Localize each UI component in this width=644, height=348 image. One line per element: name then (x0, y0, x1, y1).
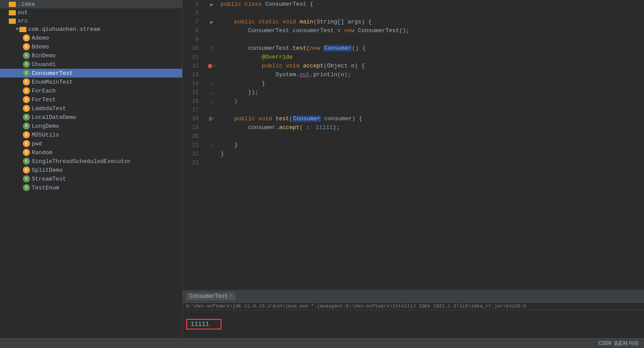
terminal-command: D:\dev-software\jdk-11.0.15.1\bin\java.e… (186, 304, 526, 309)
code-line-7: public static void main(String[] args) { (221, 18, 644, 26)
sidebar-item-foreach[interactable]: C ForEach (0, 86, 182, 95)
sidebar-item-md5utils[interactable]: C MD5Utils (0, 130, 182, 139)
fold-icon[interactable]: ▽ (210, 46, 213, 51)
sidebar-label-ademo: Ademo (32, 35, 49, 41)
gutter-22 (205, 150, 219, 159)
sidebar-item-com-package[interactable]: ▼ com.qiuhuanhen.stream (0, 25, 182, 33)
breakpoint-icon[interactable] (208, 64, 212, 68)
fold-icon[interactable]: ▽ (212, 116, 214, 122)
ln-18: 18 (183, 115, 201, 123)
class-icon: C (23, 87, 30, 94)
gutter-10: ▽ (205, 44, 219, 53)
class-icon: C (23, 70, 30, 77)
code-line-6 (221, 9, 644, 18)
sidebar-label-chuandi: Chuandi (32, 61, 56, 68)
line-numbers: 5 6 7 8 9 10 11 12 13 14 15 16 17 18 19 … (183, 0, 205, 290)
gutter-16: △ (205, 97, 219, 106)
sidebar-item-idea[interactable]: .idea (0, 0, 182, 8)
folder-icon (9, 2, 16, 7)
folder-icon (19, 27, 26, 32)
folder-icon (9, 19, 16, 24)
fold-icon[interactable]: ▽ (213, 63, 216, 69)
sidebar-item-singlethread[interactable]: C SingleThreadScheduledExecutor (0, 157, 182, 166)
ln-5: 5 (183, 0, 201, 9)
gutter-14: △ (205, 79, 219, 88)
fold-icon[interactable]: △ (210, 99, 213, 104)
sidebar-item-pwd[interactable]: C pwd (0, 139, 182, 148)
code-content[interactable]: public class ConsumerTest { public stati… (219, 0, 644, 290)
ln-15: 15 (183, 88, 201, 97)
sidebar-item-out[interactable]: out (0, 8, 182, 17)
code-line-18: public void test(Consumer consumer) { (221, 115, 644, 123)
sidebar-item-longdemo[interactable]: C LongDemo (0, 122, 182, 130)
fold-icon[interactable]: △ (210, 143, 213, 148)
code-line-20 (221, 132, 644, 141)
ln-13: 13 (183, 70, 201, 79)
gutter-5: ▶ (205, 0, 219, 9)
bottom-tab-label: ConsumerTest (190, 293, 228, 300)
terminal-content: 11111 (183, 310, 644, 338)
code-line-16: } (221, 97, 644, 106)
class-icon: C (23, 105, 30, 112)
code-line-14: } (221, 79, 644, 88)
sidebar-label-localdatedemo: LocalDateDemo (32, 114, 76, 121)
sidebar-label-streamtest: StreamTest (32, 176, 66, 182)
class-icon: C (23, 78, 30, 85)
ln-14: 14 (183, 79, 201, 88)
sidebar-item-lambdatest[interactable]: C LambdaTest (0, 104, 182, 113)
sidebar-item-bindemo[interactable]: C BinDemo (0, 51, 182, 60)
code-line-19: consumer.accept( t: 11111); (221, 123, 644, 132)
gutter-7: ▶ (205, 18, 219, 26)
ln-12: 12 (183, 62, 201, 70)
sidebar-item-chuandi[interactable]: C Chuandi (0, 60, 182, 69)
code-editor[interactable]: 5 6 7 8 9 10 11 12 13 14 15 16 17 18 19 … (183, 0, 644, 290)
ln-21: 21 (183, 141, 201, 150)
expand-arrow: ▼ (16, 27, 18, 32)
sidebar-item-localdatedemo[interactable]: C LocalDateDemo (0, 113, 182, 122)
fold-icon[interactable]: △ (210, 81, 213, 86)
sidebar-label-testenum: TestEnum (32, 185, 59, 191)
code-line-8: ConsumerTest consumerTest = new Consumer… (221, 26, 644, 35)
code-line-5: public class ConsumerTest { (221, 0, 644, 9)
class-icon: C (23, 114, 30, 121)
code-line-10: consumerTest.test(new Consumer() { (221, 44, 644, 53)
sidebar-item-streamtest[interactable]: C StreamTest (0, 174, 182, 183)
sidebar-item-bdemo[interactable]: C Bdemo (0, 42, 182, 51)
fold-icon[interactable]: △ (210, 90, 213, 95)
gutter-18: @ ▽ (205, 115, 219, 123)
code-line-15: }); (221, 88, 644, 97)
sidebar-label-bdemo: Bdemo (32, 44, 49, 50)
class-icon: C (23, 131, 30, 138)
sidebar-item-src[interactable]: src (0, 17, 182, 25)
sidebar-item-testenum[interactable]: C TestEnum (0, 183, 182, 192)
sidebar-item-ademo[interactable]: C Ademo (0, 33, 182, 42)
sidebar-label-md5utils: MD5Utils (32, 132, 59, 138)
gutter-17 (205, 106, 219, 115)
sidebar-label-bindemo: BinDemo (32, 52, 56, 59)
gutter-6 (205, 9, 219, 18)
sidebar-item-consumertest[interactable]: C ConsumerTest (0, 69, 182, 78)
run-icon[interactable]: ▶ (210, 19, 213, 26)
class-icon: C (23, 61, 30, 68)
ln-23: 23 (183, 159, 201, 167)
gutter: ▶ ▶ ▽ ▽ △ △ △ @ ▽ △ (205, 0, 219, 290)
sidebar-item-splitdemo[interactable]: C SplitDemo (0, 166, 182, 174)
sidebar-label-longdemo: LongDemo (32, 123, 59, 130)
ln-8: 8 (183, 26, 201, 35)
sidebar-item-random[interactable]: C Random (0, 148, 182, 157)
gutter-15: △ (205, 88, 219, 97)
output-value: 11111 (186, 319, 221, 329)
gutter-11 (205, 53, 219, 62)
bottom-tab-consumertest[interactable]: ConsumerTest × (186, 292, 236, 300)
ln-7: 7 (183, 18, 201, 26)
gutter-23 (205, 159, 219, 167)
run-icon[interactable]: ▶ (210, 1, 213, 8)
class-icon: C (23, 52, 30, 59)
sidebar-label-pwd: pwd (32, 141, 42, 147)
sidebar-item-enummaintest[interactable]: C EnumMainTest (0, 78, 182, 86)
sidebar: .idea out src ▼ com.qiuhuanhen.stream C … (0, 0, 183, 338)
code-line-11: @Override (221, 53, 644, 62)
close-icon[interactable]: × (229, 294, 232, 299)
bottom-tabs: ConsumerTest × (183, 290, 644, 303)
sidebar-item-fortest[interactable]: C ForTest (0, 95, 182, 104)
